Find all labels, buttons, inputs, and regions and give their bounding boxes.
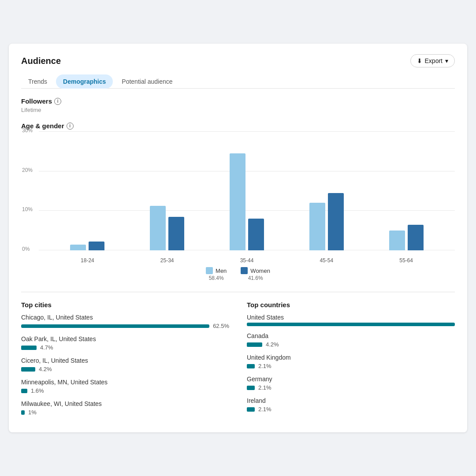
list-item: Milwaukee, WI, United States1%	[21, 400, 229, 416]
men-swatch	[206, 267, 213, 274]
women-bar-55-64	[408, 225, 424, 251]
x-label-45-54: 45-54	[309, 257, 344, 264]
legend-women: Women 41.6%	[241, 267, 270, 281]
bars-container	[39, 131, 455, 250]
grid-label-30: 30%	[22, 127, 33, 134]
item-pct: 2.1%	[258, 384, 271, 391]
item-pct: 62.5%	[213, 323, 229, 329]
item-pct: 2.1%	[258, 406, 271, 413]
inline-bar	[21, 346, 37, 350]
item-name: Ireland	[247, 397, 455, 404]
bar-group-18-24	[70, 242, 104, 250]
chart-legend: Men 58.4% Women 41.6%	[21, 267, 455, 281]
tab-potential-audience[interactable]: Potential audience	[115, 74, 179, 89]
x-label-55-64: 55-64	[389, 257, 424, 264]
top-cities-col: Top cities Chicago, IL, United States62.…	[21, 301, 229, 422]
item-name: United States	[247, 314, 455, 321]
list-item: United Kingdom2.1%	[247, 354, 455, 369]
bar-group-45-54	[309, 193, 344, 251]
item-name: Milwaukee, WI, United States	[21, 400, 229, 407]
x-label-35-44: 35-44	[230, 257, 264, 264]
full-bar	[247, 323, 455, 326]
item-name: Minneapolis, MN, United States	[21, 379, 229, 386]
list-item: Oak Park, IL, United States4.7%	[21, 335, 229, 351]
top-cities-title: Top cities	[21, 301, 229, 309]
women-swatch	[241, 267, 248, 274]
x-label-18-24: 18-24	[70, 257, 104, 264]
men-bar-35-44	[230, 153, 245, 251]
grid-label-0: 0%	[22, 246, 30, 252]
full-bar	[21, 324, 209, 328]
women-pct: 41.6%	[248, 275, 263, 281]
list-item: Cicero, IL, United States4.2%	[21, 357, 229, 372]
inline-bar	[21, 410, 25, 415]
x-axis-labels: 18-2425-3435-4445-5455-64	[39, 257, 455, 264]
men-bar-45-54	[309, 203, 325, 250]
top-countries-col: Top countries United StatesCanada4.2%Uni…	[247, 301, 455, 422]
card-title: Audience	[21, 56, 61, 66]
inline-bar	[247, 407, 255, 412]
list-item: United States	[247, 314, 455, 326]
men-pct: 58.4%	[209, 275, 224, 281]
list-item: Minneapolis, MN, United States1.6%	[21, 379, 229, 394]
section-divider	[21, 292, 455, 292]
export-icon: ⬇	[417, 57, 422, 64]
bottom-section: Top cities Chicago, IL, United States62.…	[21, 301, 455, 422]
item-pct: 4.2%	[266, 341, 279, 348]
women-bar-45-54	[328, 193, 344, 251]
followers-info-icon[interactable]: i	[54, 98, 61, 105]
legend-men: Men 58.4%	[206, 267, 227, 281]
item-pct: 4.7%	[40, 344, 53, 351]
tab-bar: Trends Demographics Potential audience	[21, 74, 455, 89]
export-button[interactable]: ⬇ Export ▾	[410, 54, 455, 67]
top-countries-title: Top countries	[247, 301, 455, 309]
list-item: Ireland2.1%	[247, 397, 455, 413]
women-bar-25-34	[168, 217, 184, 251]
followers-subtitle: Lifetime	[21, 107, 455, 113]
age-gender-label: Age & gender i	[21, 122, 455, 130]
list-item: Chicago, IL, United States62.5%	[21, 314, 229, 329]
inline-bar	[21, 367, 35, 372]
bar-group-55-64	[389, 225, 424, 251]
tab-trends[interactable]: Trends	[21, 74, 54, 89]
countries-list: United StatesCanada4.2%United Kingdom2.1…	[247, 314, 455, 413]
list-item: Canada4.2%	[247, 332, 455, 348]
inline-bar	[21, 389, 27, 393]
bar-group-25-34	[150, 206, 184, 250]
women-label: Women	[250, 268, 270, 274]
export-label: Export	[425, 57, 443, 64]
followers-label: Followers i	[21, 97, 455, 105]
grid-label-20: 20%	[22, 167, 33, 173]
item-name: Oak Park, IL, United States	[21, 335, 229, 342]
item-name: United Kingdom	[247, 354, 455, 361]
item-pct: 4.2%	[39, 366, 52, 372]
item-name: Germany	[247, 376, 455, 383]
men-bar-55-64	[389, 231, 405, 250]
age-gender-info-icon[interactable]: i	[67, 123, 74, 130]
men-bar-18-24	[70, 245, 86, 251]
chevron-down-icon: ▾	[445, 57, 448, 64]
item-name: Cicero, IL, United States	[21, 357, 229, 364]
audience-card: Audience ⬇ Export ▾ Trends Demographics …	[9, 44, 467, 432]
women-bar-18-24	[89, 242, 104, 250]
item-name: Chicago, IL, United States	[21, 314, 229, 321]
item-pct: 1%	[28, 409, 37, 416]
cities-list: Chicago, IL, United States62.5%Oak Park,…	[21, 314, 229, 416]
x-label-25-34: 25-34	[150, 257, 184, 264]
inline-bar	[247, 386, 255, 390]
item-pct: 2.1%	[258, 363, 271, 369]
men-bar-25-34	[150, 206, 166, 250]
inline-bar	[247, 364, 255, 368]
grid-label-10: 10%	[22, 206, 33, 212]
age-gender-chart: 30% 20% 10% 0% 18-2425-3435-4445-5455-64	[21, 131, 455, 264]
women-bar-35-44	[248, 219, 264, 250]
list-item: Germany2.1%	[247, 376, 455, 391]
item-name: Canada	[247, 332, 455, 339]
men-label: Men	[216, 268, 227, 274]
tab-demographics[interactable]: Demographics	[56, 74, 113, 89]
item-pct: 1.6%	[31, 387, 44, 394]
card-header: Audience ⬇ Export ▾	[21, 54, 455, 67]
inline-bar	[247, 342, 262, 347]
bar-group-35-44	[230, 153, 264, 251]
